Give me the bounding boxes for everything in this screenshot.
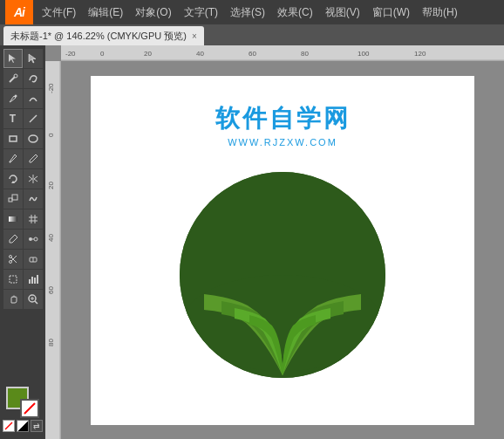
eraser-tool[interactable] [24,250,43,269]
svg-rect-6 [10,136,17,141]
scissors-tool[interactable] [3,250,23,269]
menu-help[interactable]: 帮助(H) [417,3,463,22]
svg-marker-1 [29,54,36,63]
hand-tool[interactable] [3,290,23,309]
menu-file[interactable]: 文件(F) [37,3,81,22]
menu-view[interactable]: 视图(V) [320,3,365,22]
watermark-url: WWW.RJZXW.COM [215,137,351,147]
menu-window[interactable]: 窗口(W) [367,3,415,22]
blend-tool[interactable] [24,230,43,249]
eyedropper-tool[interactable] [3,230,23,249]
toolbar: T [0,45,45,439]
svg-text:40: 40 [196,50,204,58]
none-color-button[interactable] [3,420,15,432]
tab-close-button[interactable]: × [192,31,197,41]
menu-object[interactable]: 对象(O) [130,3,176,22]
selection-tool[interactable] [3,49,23,68]
title-bar: Ai 文件(F) 编辑(E) 对象(O) 文字(T) 选择(S) 效果(C) 视… [0,0,504,24]
svg-text:80: 80 [301,50,309,58]
svg-text:100: 100 [358,50,370,58]
line-tool[interactable] [24,109,43,128]
svg-text:60: 60 [47,286,55,294]
svg-rect-28 [29,279,31,284]
svg-rect-11 [9,198,12,202]
ellipse-tool[interactable] [24,129,43,148]
svg-text:60: 60 [249,50,256,58]
farm-logo [178,170,387,380]
pen-tool[interactable] [3,89,23,108]
watermark: 软件自学网 WWW.RJZXW.COM [215,102,351,147]
canvas-area[interactable]: -20 0 20 40 60 80 100 120 -20 0 20 40 60… [45,45,504,439]
menu-effect[interactable]: 效果(C) [272,3,318,22]
text-tool[interactable]: T [3,109,23,128]
app-logo: Ai [5,0,33,24]
swatch-container [6,387,39,418]
artboard: 软件自学网 WWW.RJZXW.COM [91,76,474,425]
svg-text:20: 20 [144,50,152,58]
rectangle-tool[interactable] [3,129,23,148]
watermark-title: 软件自学网 [215,102,351,135]
svg-text:-20: -20 [65,50,76,58]
svg-text:20: 20 [47,182,55,189]
svg-line-5 [30,115,37,122]
svg-rect-31 [37,275,38,284]
color-mode-row: ⇄ [3,420,43,432]
scale-tool[interactable] [3,189,23,209]
menu-bar: 文件(F) 编辑(E) 对象(O) 文字(T) 选择(S) 效果(C) 视图(V… [37,3,499,22]
tab-label: 未标题-1* @ 146.22% (CMYK/GPU 预览) [10,30,187,43]
main-area: T [0,45,504,439]
paintbrush-tool[interactable] [3,149,23,168]
menu-type[interactable]: 文字(T) [179,3,223,22]
svg-line-37 [5,422,12,429]
curvature-tool[interactable] [24,89,43,108]
white-black-button[interactable] [17,420,29,432]
svg-point-19 [34,237,37,241]
ruler-top: -20 0 20 40 60 80 100 120 [61,45,504,61]
svg-line-2 [10,77,15,82]
reflect-tool[interactable] [24,169,43,189]
gradient-tool[interactable] [3,209,23,229]
svg-marker-0 [9,54,16,63]
svg-text:120: 120 [414,50,426,58]
svg-point-7 [29,135,37,142]
rotate-tool[interactable] [3,169,23,189]
svg-text:40: 40 [47,234,55,242]
tab-bar: 未标题-1* @ 146.22% (CMYK/GPU 预览) × [0,24,504,45]
menu-edit[interactable]: 编辑(E) [83,3,128,22]
artboard-tool[interactable] [3,270,23,289]
logo-container [178,170,387,383]
menu-select[interactable]: 选择(S) [225,3,270,22]
canvas-background: 软件自学网 WWW.RJZXW.COM [61,61,504,439]
svg-point-8 [9,161,10,163]
svg-text:0: 0 [100,50,105,58]
svg-point-4 [14,95,17,98]
magic-wand-tool[interactable] [3,69,23,88]
svg-text:0: 0 [47,133,55,137]
svg-rect-29 [31,277,33,284]
svg-point-3 [14,74,17,78]
lasso-tool[interactable] [24,69,43,88]
svg-line-33 [35,301,37,304]
direct-selection-tool[interactable] [24,49,43,68]
svg-rect-27 [10,276,17,283]
mesh-tool[interactable] [24,209,43,229]
swap-colors-button[interactable]: ⇄ [31,420,43,432]
svg-text:80: 80 [47,339,55,346]
svg-rect-13 [9,216,17,222]
svg-line-36 [24,403,35,414]
svg-point-57 [182,275,383,371]
svg-point-18 [29,237,32,241]
column-graph-tool[interactable] [24,270,43,289]
color-area: ⇄ [0,383,45,436]
svg-text:-20: -20 [47,83,55,93]
ruler-left: -20 0 20 40 60 80 [45,61,61,439]
svg-rect-12 [12,195,17,200]
document-tab[interactable]: 未标题-1* @ 146.22% (CMYK/GPU 预览) × [3,26,204,45]
warp-tool[interactable] [24,189,43,209]
zoom-tool[interactable] [24,290,43,309]
stroke-color-swatch[interactable] [20,399,39,418]
pencil-tool[interactable] [24,149,43,168]
svg-rect-30 [34,278,36,284]
